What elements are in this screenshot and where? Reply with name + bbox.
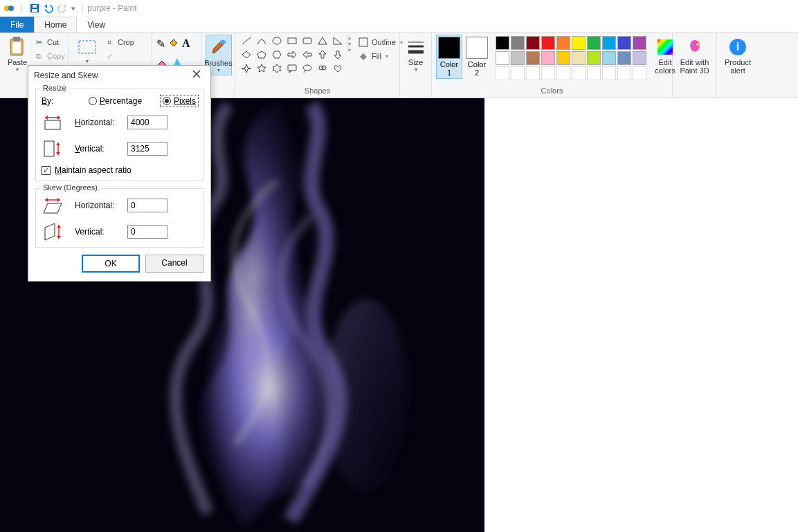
resize-vertical-input[interactable] [127, 142, 167, 156]
radio-pixels[interactable]: Pixels [161, 96, 197, 106]
palette-swatch[interactable] [572, 66, 586, 80]
svg-marker-59 [57, 236, 61, 239]
dialog-titlebar[interactable]: Resize and Skew [28, 66, 210, 84]
shape-roundrect[interactable] [300, 35, 314, 47]
shape-arrow-left[interactable] [300, 48, 314, 61]
pencil-icon[interactable]: ✎ [156, 37, 165, 51]
palette-swatch[interactable] [602, 66, 616, 80]
close-button[interactable] [188, 70, 205, 80]
shape-callout-oval[interactable] [300, 62, 314, 75]
palette-swatch[interactable] [572, 51, 586, 65]
tab-view[interactable]: View [77, 17, 116, 33]
palette-swatch[interactable] [526, 36, 540, 50]
fill-icon[interactable] [168, 37, 179, 51]
shape-callout-rect[interactable] [285, 62, 299, 75]
tab-file[interactable]: File [0, 17, 34, 33]
color1-button[interactable]: Color 1 [436, 35, 462, 79]
palette-swatch[interactable] [496, 51, 509, 65]
palette-swatch[interactable] [633, 66, 646, 80]
palette-swatch[interactable] [511, 66, 525, 80]
cancel-button[interactable]: Cancel [145, 255, 203, 273]
resize-icon: ⤢ [104, 51, 115, 62]
undo-icon[interactable] [42, 2, 55, 15]
svg-marker-18 [273, 51, 281, 58]
crop-button[interactable]: ⌗Crop [102, 36, 136, 48]
resize-horizontal-input[interactable] [127, 116, 167, 129]
shape-hexagon[interactable] [270, 48, 284, 61]
redo-icon[interactable] [56, 2, 69, 15]
fill-button[interactable]: Fill▾ [356, 50, 404, 62]
palette-swatch[interactable] [617, 66, 631, 80]
shape-diamond[interactable] [239, 48, 253, 61]
tab-home[interactable]: Home [34, 17, 77, 33]
palette-swatch[interactable] [541, 66, 555, 80]
palette-swatch[interactable] [617, 36, 631, 50]
resize-button[interactable]: ⤢ [102, 50, 136, 62]
palette-swatch[interactable] [541, 36, 555, 50]
shape-star4[interactable] [239, 62, 253, 75]
palette-swatch[interactable] [526, 66, 540, 80]
maintain-aspect-checkbox[interactable]: Maintain aspect ratio [42, 165, 132, 175]
color-palette[interactable] [496, 36, 646, 80]
shape-star6[interactable] [270, 62, 284, 75]
product-alert-button[interactable]: i Product alert [721, 35, 754, 76]
shapes-expand[interactable]: ▾ [348, 47, 351, 53]
shape-polygon[interactable] [316, 35, 329, 47]
shape-heart[interactable] [331, 62, 345, 75]
save-icon[interactable] [28, 2, 41, 15]
copy-button[interactable]: ⧉Copy [32, 50, 66, 62]
shape-rect[interactable] [285, 35, 299, 47]
palette-swatch[interactable] [526, 51, 540, 65]
shapes-gallery[interactable] [239, 35, 345, 75]
palette-swatch[interactable] [556, 51, 570, 65]
resize-h-icon [42, 113, 64, 132]
ok-button[interactable]: OK [82, 255, 140, 273]
palette-swatch[interactable] [602, 51, 616, 65]
palette-swatch[interactable] [496, 66, 509, 80]
shape-arrow-down[interactable] [331, 48, 345, 61]
palette-swatch[interactable] [511, 51, 525, 65]
svg-rect-8 [79, 41, 96, 53]
text-icon[interactable]: A [182, 37, 190, 50]
svg-rect-13 [303, 38, 311, 44]
palette-swatch[interactable] [602, 36, 616, 50]
palette-swatch[interactable] [556, 36, 570, 50]
shape-triangle-right[interactable] [331, 35, 345, 47]
palette-swatch[interactable] [541, 51, 555, 65]
svg-marker-23 [242, 64, 251, 73]
palette-swatch[interactable] [587, 51, 601, 65]
group-label-colors: Colors [436, 86, 668, 96]
size-button[interactable]: Size▾ [403, 35, 429, 74]
shape-line[interactable] [239, 35, 253, 47]
palette-swatch[interactable] [572, 36, 586, 50]
skew-horizontal-input[interactable] [127, 199, 167, 212]
palette-swatch[interactable] [556, 66, 570, 80]
radio-percentage[interactable]: Percentage [89, 96, 142, 106]
shape-arrow-right[interactable] [285, 48, 299, 61]
palette-swatch[interactable] [633, 51, 646, 65]
paint3d-button[interactable]: Edit with Paint 3D [677, 35, 712, 76]
select-button[interactable]: ▾ [73, 35, 101, 66]
shape-curve[interactable] [255, 35, 269, 47]
paste-button[interactable]: Paste▾ [4, 35, 30, 74]
outline-button[interactable]: Outline▾ [356, 36, 404, 48]
shape-callout-cloud[interactable] [316, 62, 329, 75]
palette-swatch[interactable] [587, 66, 601, 80]
svg-marker-45 [45, 116, 48, 120]
shape-oval[interactable] [270, 35, 284, 47]
palette-swatch[interactable] [633, 36, 646, 50]
shape-pentagon[interactable] [255, 48, 269, 61]
palette-swatch[interactable] [496, 36, 509, 50]
svg-rect-47 [45, 120, 60, 129]
shape-star5[interactable] [255, 62, 269, 75]
shapes-scroll-up[interactable]: ▴ [348, 35, 351, 41]
color2-button[interactable]: Color 2 [464, 35, 490, 79]
palette-swatch[interactable] [587, 36, 601, 50]
svg-marker-55 [44, 203, 62, 213]
cut-button[interactable]: ✂Cut [32, 36, 66, 48]
palette-swatch[interactable] [617, 51, 631, 65]
skew-vertical-input[interactable] [127, 225, 167, 239]
shapes-scroll-down[interactable]: ▾ [348, 41, 351, 47]
shape-arrow-up[interactable] [316, 48, 329, 61]
palette-swatch[interactable] [511, 36, 525, 50]
